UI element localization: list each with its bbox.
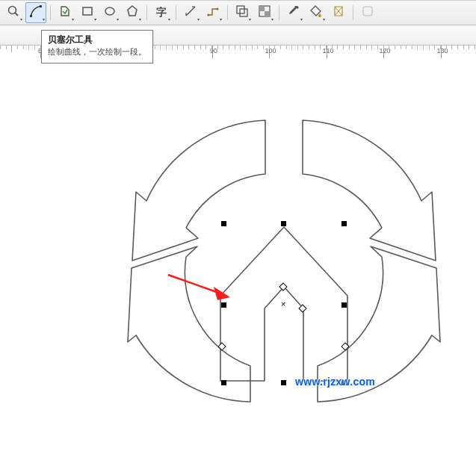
- chevron-down-icon: ▾: [20, 17, 22, 22]
- selection-handle[interactable]: [341, 302, 347, 308]
- svg-line-18: [168, 275, 223, 294]
- selection-handle[interactable]: [221, 302, 226, 308]
- svg-rect-16: [265, 11, 270, 16]
- watermark-text: www.rjzxw.com: [295, 376, 375, 388]
- toolbar-separator: [146, 5, 147, 20]
- chevron-down-icon: ▾: [117, 17, 119, 22]
- chevron-down-icon: ▾: [94, 17, 96, 22]
- eyedropper-icon: [287, 4, 300, 21]
- svg-line-7: [186, 7, 195, 16]
- bezier-pen-icon: [29, 4, 43, 21]
- smart-fill-icon: [58, 4, 72, 21]
- drawing-canvas[interactable]: × www.rjzxw.com: [0, 58, 476, 466]
- tooltip-title: 贝塞尔工具: [48, 34, 146, 46]
- chevron-down-icon: ▾: [43, 17, 45, 22]
- eyedropper-tool-button[interactable]: ▾: [283, 2, 304, 23]
- transparency-tool-button[interactable]: ▾: [254, 2, 275, 23]
- mesh-fill-icon: [332, 4, 345, 21]
- toolbar-separator: [50, 5, 51, 20]
- magnifier-icon: [7, 4, 20, 21]
- text-icon: 字: [156, 6, 167, 19]
- text-tool-button[interactable]: 字 ▾: [151, 2, 172, 23]
- smart-fill-tool-button[interactable]: ▾: [55, 2, 75, 23]
- tool-tooltip: 贝塞尔工具 绘制曲线，一次绘制一段。: [41, 30, 153, 63]
- effects-icon: [235, 4, 249, 21]
- chevron-down-icon: ▾: [300, 17, 303, 22]
- selection-center-marker: ×: [281, 299, 285, 308]
- selection-handle[interactable]: [281, 380, 286, 385]
- ellipse-icon: [103, 4, 117, 21]
- selection-handle[interactable]: [221, 221, 226, 226]
- svg-rect-3: [40, 5, 42, 7]
- selection-handle[interactable]: [341, 221, 347, 226]
- svg-marker-6: [128, 6, 137, 16]
- rectangle-tool-button[interactable]: ▾: [77, 2, 98, 23]
- annotation-arrow-icon: [168, 275, 230, 300]
- chevron-down-icon: ▾: [168, 17, 170, 22]
- toolbar-separator: [227, 5, 228, 20]
- vector-artwork: [0, 58, 476, 466]
- bezier-tool-button[interactable]: ▾: [25, 2, 46, 23]
- main-toolbar: ▾ ▾ ▾ ▾ ▾ ▾ 字 ▾ ▾ ▾ ▾ ▾: [0, 0, 476, 25]
- svg-line-1: [15, 13, 18, 16]
- svg-rect-12: [237, 6, 244, 13]
- extra-tool-button: [357, 2, 378, 23]
- zoom-tool-button[interactable]: ▾: [3, 2, 24, 23]
- paint-bucket-icon: [309, 4, 323, 21]
- ellipse-tool-button[interactable]: ▾: [99, 2, 120, 23]
- svg-rect-15: [259, 6, 265, 11]
- svg-rect-17: [363, 7, 372, 16]
- polygon-tool-button[interactable]: ▾: [122, 2, 143, 23]
- interactive-fill-tool-button[interactable]: ▾: [306, 2, 327, 23]
- chevron-down-icon: ▾: [72, 17, 74, 22]
- toolbar-separator: [176, 5, 176, 20]
- chevron-down-icon: ▾: [323, 17, 325, 22]
- svg-point-10: [207, 13, 209, 16]
- svg-rect-4: [83, 7, 92, 15]
- svg-marker-19: [214, 287, 230, 300]
- toolbar-separator: [279, 5, 279, 20]
- chevron-down-icon: ▾: [249, 17, 251, 22]
- dimension-tool-button[interactable]: ▾: [180, 2, 201, 23]
- connector-icon: [206, 4, 220, 21]
- transparency-icon: [258, 4, 271, 21]
- svg-rect-13: [240, 9, 247, 16]
- toolbar-separator: [353, 5, 353, 20]
- polygon-icon: [126, 4, 139, 21]
- chevron-down-icon: ▾: [139, 17, 141, 22]
- tooltip-description: 绘制曲线，一次绘制一段。: [48, 46, 146, 58]
- mesh-fill-tool-button[interactable]: [328, 2, 349, 23]
- chevron-down-icon: ▾: [220, 17, 222, 22]
- svg-point-11: [216, 7, 218, 10]
- circle-icon: [361, 4, 374, 21]
- chevron-down-icon: ▾: [197, 17, 200, 22]
- dimension-icon: [184, 4, 197, 21]
- chevron-down-icon: ▾: [271, 17, 273, 22]
- selection-handle[interactable]: [221, 380, 226, 385]
- rectangle-icon: [81, 4, 94, 21]
- selection-handle[interactable]: [281, 221, 286, 226]
- svg-rect-2: [30, 15, 32, 17]
- svg-point-5: [105, 7, 114, 15]
- connector-tool-button[interactable]: ▾: [203, 2, 223, 23]
- effects-tool-button[interactable]: ▾: [232, 2, 253, 23]
